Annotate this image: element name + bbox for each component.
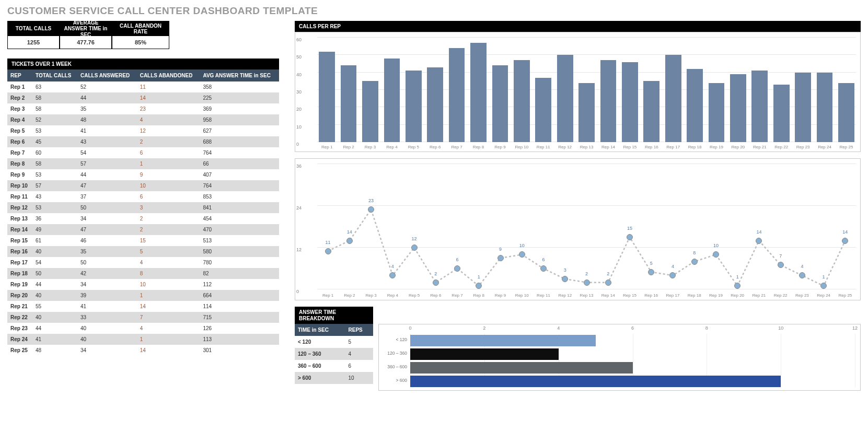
tickets-table: REPTOTAL CALLSCALLS ANSWEREDCALLS ABANDO…	[7, 69, 279, 356]
table-row: Rep 10574710764	[7, 180, 279, 191]
bar	[643, 81, 659, 142]
table-row: Rep 953449407	[7, 169, 279, 180]
data-point	[454, 265, 460, 272]
data-point	[605, 279, 611, 286]
table-row: Rep 2441401113	[7, 334, 279, 345]
data-point	[325, 248, 331, 254]
table-row: Rep 2584414225	[7, 92, 279, 103]
table-row: Rep 25483414301	[7, 345, 279, 356]
col-header: TOTAL CALLS	[32, 69, 77, 81]
bar	[687, 69, 703, 142]
bar	[514, 60, 530, 142]
data-point	[691, 259, 698, 265]
table-row: Rep 19443410112	[7, 279, 279, 290]
data-point	[627, 234, 633, 240]
data-point	[497, 255, 504, 261]
bar	[730, 74, 746, 142]
col-header: CALLS ABANDONED	[137, 69, 200, 81]
table-row: Rep 1640355580	[7, 246, 279, 257]
data-point	[346, 238, 353, 244]
table-row: Rep 645432688	[7, 136, 279, 147]
table-row: Rep 1253503841	[7, 202, 279, 213]
data-point	[842, 238, 848, 244]
summary-panel: TOTAL CALLS1255AVERAGE ANSWER TIME in SE…	[7, 21, 279, 49]
data-point	[476, 283, 482, 289]
hbar	[410, 348, 559, 360]
table-row: Rep 1143376853	[7, 191, 279, 202]
data-point	[389, 272, 396, 278]
bar	[600, 60, 617, 142]
hbar	[410, 362, 633, 374]
data-point	[562, 276, 568, 282]
bar	[470, 43, 487, 142]
col-header: AVG ANSWER TIME in SEC	[200, 69, 279, 81]
data-point	[734, 283, 740, 289]
data-point	[713, 251, 719, 258]
data-point	[648, 269, 654, 275]
table-row: Rep 452484958	[7, 114, 279, 125]
summary-avg_answer: AVERAGE ANSWER TIME in SEC477.76	[60, 21, 112, 49]
table-row: 120 – 3604	[295, 348, 373, 360]
bar	[492, 65, 508, 142]
table-row: Rep 21554114114	[7, 301, 279, 312]
data-point	[540, 265, 547, 272]
table-row: Rep 185042882	[7, 268, 279, 279]
data-point	[820, 283, 827, 289]
bar	[535, 78, 551, 142]
table-row: Rep 2344404126	[7, 323, 279, 334]
bar	[838, 83, 854, 142]
table-row: Rep 1754504780	[7, 257, 279, 268]
col-header: REP	[7, 69, 32, 81]
bar	[557, 55, 573, 142]
table-row: Rep 2040391664	[7, 290, 279, 301]
table-row: Rep 15614615513	[7, 235, 279, 246]
table-row: Rep 1336342454	[7, 213, 279, 224]
bar-chart: Rep 1Rep 2Rep 3Rep 4Rep 5Rep 6Rep 7Rep 8…	[295, 32, 861, 152]
data-point	[584, 279, 590, 286]
hbar-chart: 024681012< 120120 – 360360 – 600> 600	[378, 324, 861, 391]
data-point	[411, 244, 418, 251]
hbar	[410, 376, 781, 387]
bar	[578, 83, 595, 142]
data-point	[368, 206, 374, 213]
col-header: CALLS ANSWERED	[77, 69, 137, 81]
table-row: Rep 1635211358	[7, 81, 279, 92]
table-row: Rep 1449472470	[7, 224, 279, 235]
table-row: Rep 2240337715	[7, 312, 279, 323]
bar	[341, 65, 357, 142]
data-point	[756, 238, 762, 244]
bar	[817, 73, 833, 142]
table-row: < 1205	[295, 336, 373, 348]
table-row: Rep 5534112627	[7, 125, 279, 136]
breakdown-table: TIME in SECREPS < 1205120 – 3604360 – 60…	[295, 324, 373, 384]
data-point	[778, 262, 784, 268]
data-point	[799, 272, 805, 278]
bar	[384, 59, 400, 142]
bar	[362, 81, 378, 142]
data-point	[433, 279, 439, 286]
bar	[449, 48, 465, 142]
calls-per-rep-header: CALLS PER REP	[295, 21, 861, 32]
bar	[795, 73, 811, 142]
bar	[665, 55, 681, 142]
bar	[427, 67, 443, 142]
data-point	[519, 251, 525, 258]
bar	[709, 83, 725, 142]
table-row: Rep 85857166	[7, 158, 279, 169]
table-row: Rep 760546764	[7, 147, 279, 158]
page-title: CUSTOMER SERVICE CALL CENTER DASHBOARD T…	[7, 5, 861, 17]
summary-total_calls: TOTAL CALLS1255	[7, 21, 60, 49]
bar	[622, 62, 638, 142]
answer-time-header: ANSWER TIME BREAKDOWN	[295, 307, 373, 324]
bar	[406, 71, 422, 142]
hbar	[410, 335, 596, 346]
summary-abandon: CALL ABANDON RATE85%	[112, 21, 169, 49]
data-point	[669, 272, 676, 278]
bar	[751, 71, 768, 142]
table-row: 360 – 6006	[295, 360, 373, 372]
line-chart: 11Rep 114Rep 223Rep 34Rep 412Rep 52Rep 6…	[295, 158, 861, 300]
bar	[773, 85, 790, 142]
table-row: > 60010	[295, 372, 373, 384]
tickets-header: TICKETS OVER 1 WEEK	[7, 59, 279, 69]
table-row: Rep 3583523369	[7, 103, 279, 114]
